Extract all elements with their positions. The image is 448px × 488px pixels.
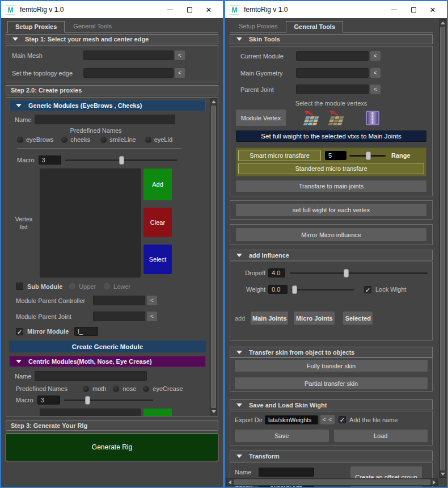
horizontal-scrollbar[interactable] xyxy=(226,478,438,486)
current-module-pick-button[interactable]: < xyxy=(370,51,381,61)
close-button[interactable]: ✕ xyxy=(199,3,218,16)
step3-header[interactable]: Step 3: Generate Your RIg xyxy=(6,420,218,431)
module-parent-joint-field[interactable] xyxy=(93,312,145,321)
scroll-right-icon[interactable] xyxy=(431,479,437,485)
scroll-thumb[interactable] xyxy=(211,106,216,408)
mirror-icon[interactable] xyxy=(365,111,380,125)
scroll-thumb[interactable] xyxy=(440,27,445,470)
radio-nose[interactable] xyxy=(113,386,119,392)
radio-eyebrows[interactable] xyxy=(17,137,23,143)
module-parent-joint-pick-button[interactable]: < xyxy=(147,312,157,321)
mirror-prefix-field[interactable]: l_ xyxy=(74,327,98,336)
dropoff-field[interactable]: 4.0 xyxy=(268,268,285,277)
smart-micro-transfare-button[interactable]: Smart micro transfare xyxy=(238,150,321,161)
centric-vertex-list[interactable] xyxy=(40,409,141,417)
parent-joint-pick-button[interactable]: < xyxy=(370,85,381,94)
titlebar[interactable]: M femtoRig v 1.0 ✕ xyxy=(1,1,223,18)
module-grid-icon[interactable] xyxy=(303,110,322,125)
radio-moth[interactable] xyxy=(83,386,89,392)
scroll-down-icon[interactable] xyxy=(210,409,217,415)
titlebar[interactable]: M femtoRig v 1.0 ✕ xyxy=(225,1,447,18)
transform-name-field[interactable] xyxy=(259,468,314,477)
generic-macro-slider[interactable] xyxy=(65,156,177,165)
radio-lower[interactable] xyxy=(104,283,110,289)
tab-setup-proxies[interactable]: Setup Proxies xyxy=(7,21,65,33)
close-button[interactable]: ✕ xyxy=(423,3,442,16)
vertex-list[interactable] xyxy=(40,169,141,277)
clear-button[interactable]: Clear xyxy=(143,208,172,237)
radio-eyelid[interactable] xyxy=(145,137,151,143)
step2-vertical-scrollbar[interactable] xyxy=(210,98,217,415)
radio-smileline[interactable] xyxy=(100,137,107,143)
scroll-down-icon[interactable] xyxy=(439,471,446,477)
transform-header[interactable]: Transform xyxy=(230,451,433,461)
sub-module-checkbox[interactable] xyxy=(16,283,23,290)
tab-general-tools[interactable]: General Tools xyxy=(286,21,343,33)
main-mesh-field[interactable] xyxy=(83,51,174,60)
generic-name-field[interactable] xyxy=(35,115,175,124)
transfer-skin-header[interactable]: Transfer skin from object to objects xyxy=(230,347,433,357)
add-button[interactable]: Add xyxy=(143,169,172,200)
centric-name-field[interactable] xyxy=(35,371,147,381)
centric-modules-header[interactable]: Centric Modules(Moth, Nose, Eye Crease) xyxy=(9,356,206,367)
minimize-button[interactable] xyxy=(384,3,404,16)
radio-eyecrease[interactable] xyxy=(143,386,149,392)
main-gyometry-pick-button[interactable]: < xyxy=(370,68,381,78)
module-vertex-button[interactable]: Module Vertex xyxy=(236,110,286,126)
step2-header[interactable]: Step 2.0: Create proxies xyxy=(6,85,218,95)
mirror-micro-influence-button[interactable]: Mirror Micro influence xyxy=(236,228,426,241)
maximize-button[interactable] xyxy=(180,3,199,16)
scroll-left-icon[interactable] xyxy=(227,479,233,485)
tab-setup-proxies[interactable]: Setup Proxies xyxy=(231,21,285,32)
set-full-waight-button[interactable]: Set full waight to the selected vtxs to … xyxy=(236,131,426,142)
topology-edge-field[interactable] xyxy=(83,68,174,78)
module-parent-controller-pick-button[interactable]: < xyxy=(147,296,157,305)
module-parent-controller-field[interactable] xyxy=(93,296,145,305)
module-grid-muted-icon[interactable] xyxy=(328,110,346,125)
lock-wight-checkbox[interactable]: ✓ xyxy=(364,286,371,293)
range-slider[interactable] xyxy=(349,152,386,160)
add-selected-button[interactable]: Selected xyxy=(343,312,373,325)
export-dir-field[interactable]: lata/skinWeights xyxy=(265,415,318,424)
step1-header[interactable]: Step 1: Select your mesh and center edge xyxy=(6,34,218,44)
transfare-to-main-joints-button[interactable]: Transfare to main joints xyxy=(236,180,426,192)
save-button[interactable]: Save xyxy=(235,430,329,442)
add-micro-joints-button[interactable]: Micro Joints xyxy=(294,312,335,325)
main-gyometry-field[interactable] xyxy=(296,68,369,78)
weight-field[interactable]: 0.0 xyxy=(268,285,288,294)
tab-general-tools[interactable]: General Tools xyxy=(66,21,119,32)
skin-tools-header[interactable]: Skin Tools xyxy=(230,34,433,44)
scroll-up-icon[interactable] xyxy=(439,20,446,26)
weight-slider[interactable] xyxy=(291,285,354,294)
main-mesh-pick-button[interactable]: < xyxy=(175,51,185,60)
add-influence-header[interactable]: add Influence xyxy=(230,250,433,260)
scroll-up-icon[interactable] xyxy=(210,99,217,105)
load-button[interactable]: Load xyxy=(334,430,428,442)
add-main-joints-button[interactable]: Main Joints xyxy=(251,312,288,325)
vertical-scrollbar[interactable] xyxy=(439,19,446,478)
set-full-wight-button[interactable]: set full wight for each vertex xyxy=(236,204,426,216)
centric-macro-slider[interactable] xyxy=(64,396,153,405)
export-dir-pick-button[interactable]: < < xyxy=(320,415,335,424)
create-generic-module-button[interactable]: Create Generic Module xyxy=(9,340,206,352)
add-file-name-checkbox[interactable]: ✓ xyxy=(339,416,346,423)
standered-micro-transfare-button[interactable]: Standered micro transfare xyxy=(238,163,424,174)
centric-add-button[interactable] xyxy=(143,409,172,417)
current-module-field[interactable] xyxy=(296,51,369,61)
range-field[interactable]: 5 xyxy=(325,151,346,160)
generate-rig-button[interactable]: Generate Rig xyxy=(6,433,218,461)
topology-edge-pick-button[interactable]: < xyxy=(175,68,185,78)
dropoff-slider[interactable] xyxy=(290,269,428,277)
partial-transfer-skin-button[interactable]: Partial transfer skin xyxy=(235,377,428,389)
select-button[interactable]: Select xyxy=(143,245,172,274)
generic-macro-field[interactable]: 3 xyxy=(39,155,61,165)
radio-cheeks[interactable] xyxy=(61,137,67,143)
scroll-thumb[interactable] xyxy=(234,479,430,485)
mirror-module-checkbox[interactable]: ✓ xyxy=(16,328,23,335)
minimize-button[interactable] xyxy=(160,3,180,16)
fully-transfer-skin-button[interactable]: Fully transfer skin xyxy=(235,360,428,372)
centric-macro-field[interactable]: 3 xyxy=(37,396,60,405)
radio-upper[interactable] xyxy=(69,283,75,289)
save-load-header[interactable]: Save and Load Skin Wight xyxy=(230,399,433,410)
maximize-button[interactable] xyxy=(404,3,423,16)
